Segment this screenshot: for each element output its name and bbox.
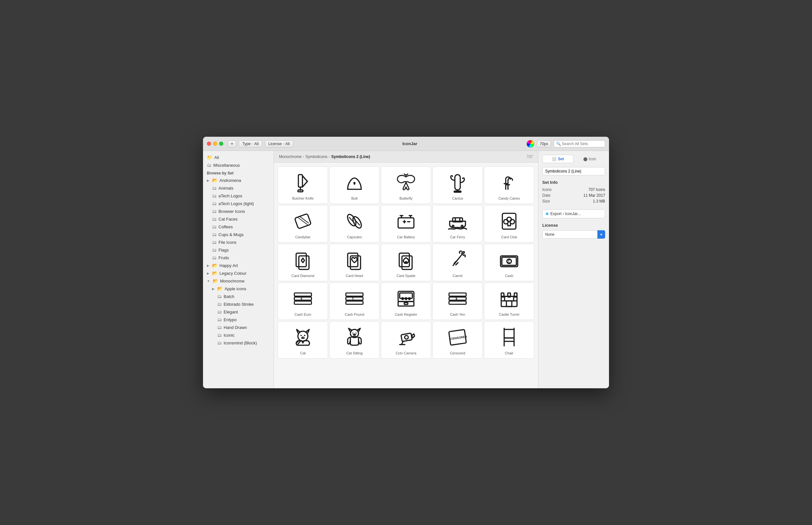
icon-castle-turret[interactable]: Castle Turret [484, 283, 534, 320]
svg-text:$: $ [508, 259, 510, 263]
tab-set[interactable]: ⬜ Set [542, 155, 574, 163]
icon-car-ferry[interactable]: Car Ferry [433, 205, 483, 242]
icon-cash-register[interactable]: Cash Register [381, 283, 431, 320]
type-label: Type [242, 141, 251, 146]
icon-cactus[interactable]: Cactus [433, 166, 483, 204]
icon-cash-pound[interactable]: £ Cash Pound [329, 283, 379, 320]
icon-capsules[interactable]: Capsules [329, 205, 379, 242]
icon-card-diamond[interactable]: Card Diamond [278, 244, 328, 281]
icon-card-heart[interactable]: Card Heart [329, 244, 379, 281]
close-button[interactable] [207, 141, 211, 146]
svg-rect-52 [294, 301, 311, 304]
sidebar-item-batch[interactable]: 🗂 Batch [203, 292, 274, 300]
sidebar-item-eldorado[interactable]: 🗂 Eldorado Stroke [203, 300, 274, 308]
icon-label: Carrot [453, 274, 463, 278]
license-filter[interactable]: License › All [265, 140, 293, 147]
type-arrow: › [252, 142, 253, 146]
sidebar-item-flags[interactable]: 🗂 Flags [203, 246, 274, 254]
sidebar-item-all[interactable]: 📁 All [203, 153, 274, 161]
sidebar-item-monochrome[interactable]: ▼ 📂 Monochrome [203, 277, 274, 285]
info-label-size: Size [542, 199, 550, 204]
license-select[interactable]: None Free Commercial [542, 230, 605, 239]
icon-card-spade[interactable]: Card Spade [381, 244, 431, 281]
sidebar-item-catfaces[interactable]: 🗂 Cat Faces [203, 215, 274, 223]
sidebar-item-legacy[interactable]: ▶ 📂 Legacy Colour [203, 269, 274, 277]
icon-label: Card Diamond [292, 274, 314, 278]
tab-icon[interactable]: ⬤ Icon [574, 155, 606, 163]
breadcrumb-part1[interactable]: Monochrome [279, 154, 301, 159]
icon-butterfly[interactable]: Butterfly [381, 166, 431, 204]
sidebar-item-cups[interactable]: 🗂 Cups & Mugs [203, 230, 274, 238]
breadcrumb-part2[interactable]: Symbolicons [306, 154, 327, 159]
card-club-svg [498, 210, 520, 232]
sidebar-item-apple[interactable]: ▶ 📂 Apple icons [203, 285, 274, 292]
folder-icon: 🗂 [212, 201, 217, 206]
sidebar-item-elegant[interactable]: 🗂 Elegant [203, 308, 274, 316]
sidebar-item-iconic[interactable]: 🗂 Iconic [203, 331, 274, 339]
sidebar-item-fileicons[interactable]: 🗂 File Icons [203, 238, 274, 246]
icon-label: Chair [505, 351, 513, 355]
cctv-camera-svg [395, 326, 417, 349]
chevron-right-icon: ▶ [207, 271, 209, 275]
icon-label: Cat Sitting [346, 351, 363, 355]
icon-butcher-knife[interactable]: Butcher Knife [278, 166, 328, 204]
sidebar-item-fruits[interactable]: 🗂 Fruits [203, 254, 274, 261]
sidebar-label: Cups & Mugs [218, 232, 244, 237]
svg-rect-86 [401, 333, 412, 342]
icon-label: Candy Canes [499, 196, 520, 200]
carrot-svg [446, 249, 469, 271]
license-arrow-button[interactable]: ▼ [597, 230, 605, 239]
icon-carrot[interactable]: Carrot [433, 244, 483, 281]
sidebar-item-misc[interactable]: 🗂 Miscellaneous [203, 161, 274, 169]
folder-group-icon: 📂 [212, 178, 218, 183]
type-filter[interactable]: Type › All [239, 140, 262, 147]
icon-cash[interactable]: $ Cash [484, 244, 534, 281]
icon-candybar[interactable]: Candybar [278, 205, 328, 242]
sidebar-item-andromena[interactable]: ▶ 📂 Andromena [203, 176, 274, 184]
icon-car-battery[interactable]: Car Battery [381, 205, 431, 242]
sidebar-item-atech-light[interactable]: 🗂 aTech Logos (light) [203, 200, 274, 207]
minimize-button[interactable] [213, 141, 217, 146]
sidebar-item-coffees[interactable]: 🗂 Coffees [203, 223, 274, 230]
svg-point-80 [304, 335, 306, 336]
capsules-svg [343, 210, 366, 232]
fullscreen-button[interactable] [219, 141, 223, 146]
set-tab-label: Set [558, 157, 564, 161]
add-button[interactable]: + [228, 140, 236, 147]
folder-icon: 🗂 [217, 317, 222, 322]
icon-label: Butterfly [400, 196, 412, 200]
sidebar-item-atech[interactable]: 🗂 aTech Logos [203, 192, 274, 200]
sidebar: 📁 All 🗂 Miscellaneous Browse by Set ▶ 📂 … [203, 151, 274, 388]
icon-candy-canes[interactable]: Candy Canes [484, 166, 534, 204]
icon-butt[interactable]: Butt [329, 166, 379, 204]
search-input[interactable] [553, 140, 605, 147]
svg-rect-0 [298, 175, 302, 188]
set-name-input[interactable] [542, 167, 605, 176]
icon-cash-yen[interactable]: ¥ Cash Yen [433, 283, 483, 320]
icon-cat-sitting[interactable]: Cat Sitting [329, 321, 379, 359]
icon-cash-euro[interactable]: € Cash Euro [278, 283, 328, 320]
icon-cat[interactable]: Cat [278, 321, 328, 359]
folder-icon: 🗂 [212, 232, 217, 237]
sidebar-item-entypo[interactable]: 🗂 Entypo [203, 316, 274, 324]
icon-censored[interactable]: CENSORED Censored [433, 321, 483, 359]
px-badge[interactable]: 70px [537, 140, 551, 147]
icon-chair[interactable]: Chair [484, 321, 534, 359]
cash-euro-svg: € [292, 287, 314, 310]
svg-rect-21 [398, 218, 414, 228]
cat-svg [292, 326, 314, 349]
sidebar-item-iconsmind[interactable]: 🗂 Iconsmind (Block) [203, 339, 274, 347]
sidebar-item-animals[interactable]: 🗂 Animals [203, 184, 274, 192]
icon-label: Capsules [347, 235, 362, 239]
info-val-size: 1.3 MB [593, 199, 605, 204]
info-label-icons: Icons [542, 188, 552, 192]
color-wheel-icon[interactable] [527, 140, 534, 148]
sidebar-item-browser[interactable]: 🗂 Browser Icons [203, 207, 274, 215]
export-button[interactable]: Export › IconJar... [542, 209, 605, 218]
folder-icon: 🗂 [212, 193, 217, 198]
icon-cctv-camera[interactable]: Cctv Camera [381, 321, 431, 359]
sidebar-item-happyart[interactable]: ▶ 📂 Happy Art [203, 261, 274, 269]
svg-point-32 [452, 225, 454, 227]
icon-card-club[interactable]: Card Club [484, 205, 534, 242]
sidebar-item-handdrawn[interactable]: 🗂 Hand Drawn [203, 324, 274, 331]
